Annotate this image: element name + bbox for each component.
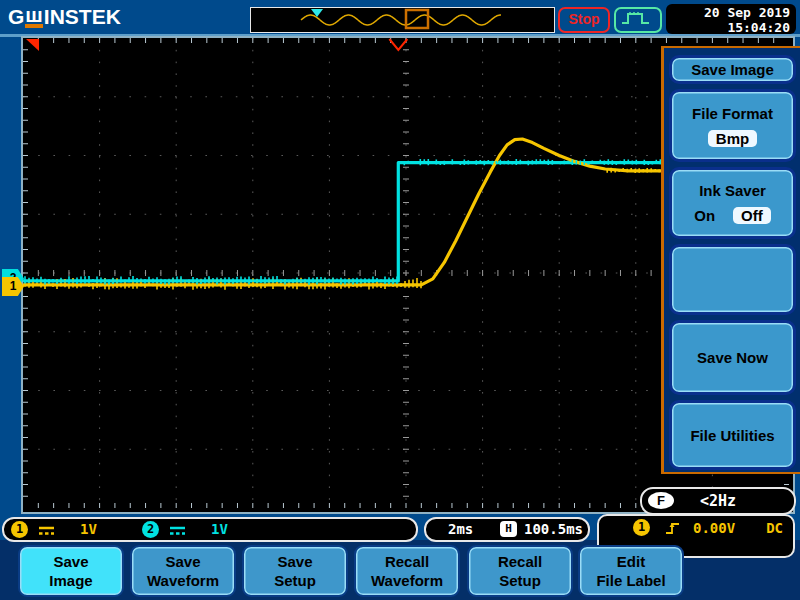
- menu-title-label: Save Image: [691, 61, 774, 78]
- gwinstek-logo: GшINSTEK: [8, 5, 121, 29]
- trigger-type-indicator[interactable]: [614, 7, 662, 33]
- datetime-display: 20 Sep 2019 15:04:20: [666, 4, 796, 34]
- channel1-tag-label: 1: [10, 279, 17, 293]
- channel-status-bar: 1 1V 2 1V: [2, 517, 418, 542]
- file-format-value: Bmp: [708, 130, 757, 147]
- ch2-scale: 1V: [211, 521, 228, 537]
- menu-label: Waveform: [147, 571, 219, 590]
- ink-saver-on-option[interactable]: On: [694, 207, 715, 224]
- ch1-dc-coupling-icon: [38, 525, 56, 536]
- softkey-file-utilities[interactable]: File Utilities: [669, 400, 796, 470]
- logo-rest: INSTEK: [44, 5, 121, 29]
- date-text: 20 Sep 2019: [666, 5, 790, 20]
- softkey-blank[interactable]: [669, 244, 796, 315]
- menu-recall-setup[interactable]: Recall Setup: [467, 545, 573, 597]
- menu-label: Recall: [498, 552, 542, 571]
- timebase-scale: 2ms: [448, 521, 473, 537]
- horizontal-position: 100.5ms: [524, 521, 583, 537]
- pulse-icon: [616, 9, 656, 27]
- logo-g: G: [8, 5, 24, 29]
- file-utilities-label: File Utilities: [690, 427, 774, 444]
- menu-label: Recall: [385, 552, 429, 571]
- menu-label: Setup: [499, 571, 541, 590]
- file-format-label: File Format: [692, 105, 773, 122]
- horizontal-icon: H: [500, 521, 517, 537]
- ch1-scale: 1V: [80, 521, 97, 537]
- softkey-ink-saver[interactable]: Ink Saver On Off: [669, 167, 796, 239]
- menu-save-image[interactable]: Save Image: [18, 545, 124, 597]
- trigger-coupling: DC: [766, 520, 783, 536]
- ch1-badge: 1: [11, 521, 28, 538]
- menu-label: Save: [53, 552, 88, 571]
- menu-title-save-image: Save Image: [669, 55, 796, 84]
- trigger-level: 0.00V: [693, 520, 735, 536]
- menu-label: Setup: [274, 571, 316, 590]
- softkey-save-now[interactable]: Save Now: [669, 320, 796, 395]
- menu-label: Save: [165, 552, 200, 571]
- trigger-frequency-readout: F <2Hz: [640, 487, 796, 515]
- menu-label: Waveform: [371, 571, 443, 590]
- menu-edit-file-label[interactable]: Edit File Label: [578, 545, 684, 597]
- run-stop-indicator[interactable]: Stop: [558, 7, 610, 33]
- preview-waveform-icon: [251, 8, 552, 30]
- ch2-dc-coupling-icon: [169, 525, 187, 536]
- time-text: 15:04:20: [666, 20, 790, 35]
- acquisition-preview-bar[interactable]: [250, 7, 555, 33]
- menu-label: Save: [277, 552, 312, 571]
- menu-save-waveform[interactable]: Save Waveform: [130, 545, 236, 597]
- soft-menu-panel: Save Image File Format Bmp Ink Saver On …: [661, 46, 800, 474]
- save-now-label: Save Now: [697, 349, 768, 366]
- menu-recall-waveform[interactable]: Recall Waveform: [354, 545, 460, 597]
- menu-label: Edit: [617, 552, 645, 571]
- stop-label: Stop: [568, 11, 599, 27]
- trigger-source-badge: 1: [633, 519, 650, 536]
- menu-label: Image: [49, 571, 92, 590]
- timebase-status-bar: 2ms H 100.5ms: [424, 517, 590, 542]
- ink-saver-off-option[interactable]: Off: [733, 207, 771, 224]
- softkey-file-format[interactable]: File Format Bmp: [669, 89, 796, 162]
- ch2-badge: 2: [142, 521, 159, 538]
- ink-saver-label: Ink Saver: [699, 182, 766, 199]
- frequency-value: <2Hz: [700, 492, 736, 510]
- logo-w-mark: ш: [25, 5, 43, 28]
- frequency-badge: F: [648, 492, 674, 509]
- menu-save-setup[interactable]: Save Setup: [242, 545, 348, 597]
- menu-label: File Label: [596, 571, 665, 590]
- rising-edge-icon: [665, 520, 681, 536]
